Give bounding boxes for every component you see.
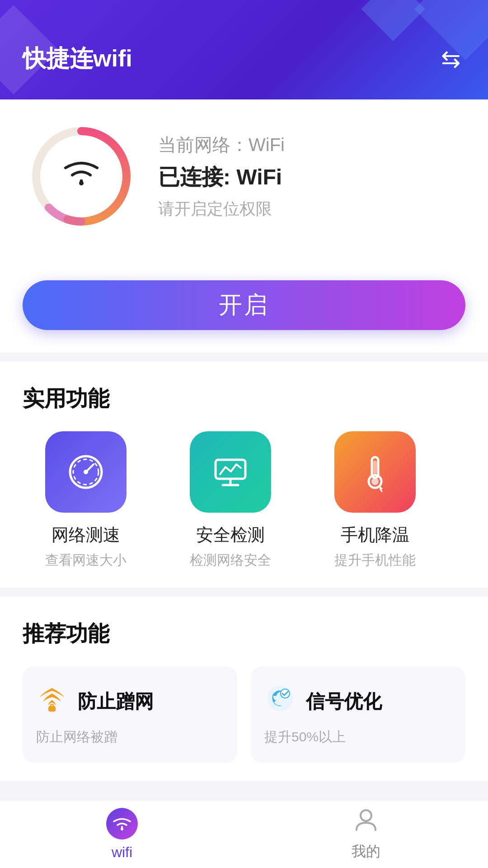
signal-boost-icon <box>264 683 296 721</box>
practical-title: 实用功能 <box>23 384 465 413</box>
header: 快捷连wifi ⇆ <box>0 0 488 99</box>
nav-person-icon <box>354 807 378 837</box>
feature-name-security: 安全检测 <box>196 524 265 547</box>
svg-point-21 <box>361 810 371 821</box>
recommend-title-protect: 防止蹭网 <box>78 689 154 714</box>
recommend-item-signal[interactable]: 信号优化 提升50%以上 <box>251 666 465 763</box>
feature-desc-cooling: 提升手机性能 <box>334 551 416 570</box>
recommend-desc-signal: 提升50%以上 <box>264 728 452 746</box>
status-card: 当前网络：WiFi 已连接: WiFi 请开启定位权限 <box>0 99 488 258</box>
connected-network-text: 已连接: WiFi <box>158 163 461 192</box>
recommend-title: 推荐功能 <box>23 619 465 648</box>
svg-rect-16 <box>48 706 56 712</box>
header-deco-2 <box>361 0 425 41</box>
recommend-desc-protect: 防止网络被蹭 <box>36 728 224 746</box>
app-title: 快捷连wifi <box>23 43 436 75</box>
btn-section: 开启 <box>0 258 488 353</box>
svg-rect-8 <box>216 460 245 479</box>
nav-label-mine: 我的 <box>352 842 380 862</box>
svg-rect-12 <box>373 461 377 474</box>
current-network-text: 当前网络：WiFi <box>158 132 461 157</box>
svg-point-14 <box>371 478 379 485</box>
svg-point-20 <box>121 828 123 830</box>
feature-icon-speedometer <box>45 431 127 513</box>
feature-desc-speed: 查看网速大小 <box>45 551 127 570</box>
feature-item-security[interactable]: 安全检测 检测网络安全 <box>167 431 294 570</box>
wifi-center-icon <box>61 156 102 195</box>
feature-grid: 网络测速 查看网速大小 安全检测 检测网络安全 <box>23 431 465 570</box>
nav-label-wifi: wifi <box>112 844 132 861</box>
recommend-row-protect: 防止蹭网 <box>36 683 224 721</box>
recommend-item-protect[interactable]: 防止蹭网 防止网络被蹭 <box>23 666 237 763</box>
recommend-section: 推荐功能 防止蹭网 防止网 <box>0 597 488 781</box>
feature-icon-monitor <box>190 431 271 513</box>
wifi-lock-icon <box>36 683 68 721</box>
nav-item-mine[interactable]: 我的 <box>244 807 488 862</box>
network-info: 当前网络：WiFi 已连接: WiFi 请开启定位权限 <box>158 132 461 220</box>
bottom-nav: wifi 我的 <box>0 800 488 868</box>
practical-section: 实用功能 网络测速 查看网速大小 <box>0 362 488 588</box>
recommend-grid: 防止蹭网 防止网络被蹭 <box>23 666 465 763</box>
nav-item-wifi[interactable]: wifi <box>0 808 244 861</box>
feature-desc-security: 检测网络安全 <box>190 551 271 570</box>
feature-name-speed: 网络测速 <box>52 524 120 547</box>
feature-item-cooling[interactable]: 手机降温 提升手机性能 <box>312 431 438 570</box>
back-button[interactable]: ⇆ <box>436 41 465 77</box>
permission-hint: 请开启定位权限 <box>158 198 461 220</box>
svg-point-3 <box>79 181 84 185</box>
recommend-title-signal: 信号优化 <box>306 689 382 714</box>
recommend-row-signal: 信号优化 <box>264 683 452 721</box>
nav-wifi-icon <box>106 808 138 840</box>
svg-point-7 <box>84 470 88 474</box>
feature-icon-thermometer <box>334 431 416 513</box>
open-button[interactable]: 开启 <box>23 280 465 330</box>
svg-point-18 <box>267 686 293 711</box>
feature-item-speed[interactable]: 网络测速 查看网速大小 <box>23 431 149 570</box>
wifi-ring <box>27 122 136 231</box>
feature-name-cooling: 手机降温 <box>341 524 409 547</box>
